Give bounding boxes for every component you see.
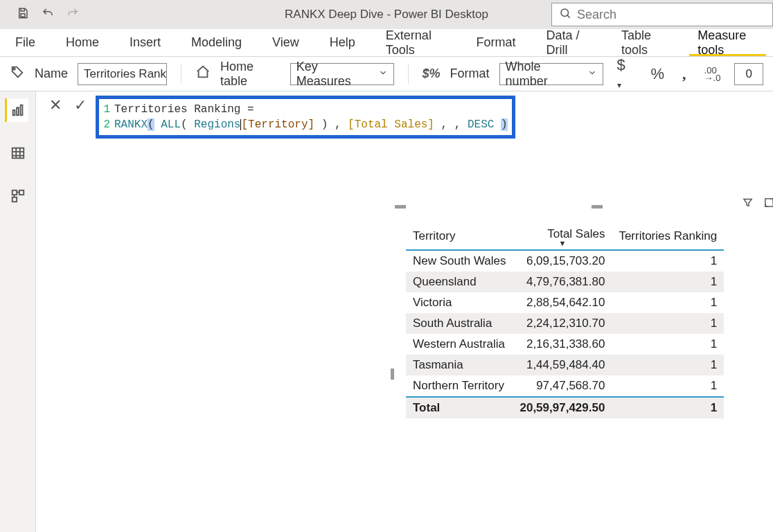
thousands-separator-button[interactable]: , — [678, 65, 691, 83]
svg-rect-5 — [20, 105, 22, 116]
table-row[interactable]: Victoria2,88,54,642.101 — [406, 292, 724, 313]
data-table: Territory Total Sales▼ Territories Ranki… — [406, 223, 724, 418]
table-total-row: Total20,59,97,429.501 — [406, 397, 724, 418]
format-icon: $% — [423, 66, 441, 81]
svg-rect-10 — [765, 199, 773, 206]
data-view-button[interactable] — [6, 141, 30, 165]
focus-mode-icon[interactable] — [763, 197, 773, 211]
tab-table-tools[interactable]: Table tools — [606, 29, 682, 56]
visual-header: ··· — [742, 197, 773, 211]
name-icon — [10, 64, 25, 83]
svg-rect-3 — [12, 110, 15, 115]
percent-format-button[interactable]: % — [647, 65, 669, 83]
home-table-label: Home table — [220, 60, 281, 89]
undo-icon[interactable] — [42, 7, 54, 22]
table-body: New South Wales6,09,15,703.201 Queenslan… — [406, 250, 724, 418]
col-rank[interactable]: Territories Ranking — [612, 223, 724, 250]
save-icon[interactable] — [17, 7, 29, 22]
tab-data-drill[interactable]: Data / Drill — [531, 29, 606, 56]
chevron-down-icon — [587, 66, 597, 81]
measure-name-input[interactable]: Territories Rank... — [78, 63, 167, 85]
format-label: Format — [450, 66, 490, 81]
title-bar: RANKX Deep Dive - Power BI Desktop Searc… — [0, 0, 773, 29]
dax-editor[interactable]: 1 Territories Ranking = 2 RANKX( ALL( Re… — [96, 96, 515, 139]
svg-rect-4 — [17, 107, 19, 115]
resize-handle[interactable] — [391, 369, 394, 380]
col-territory[interactable]: Territory — [406, 223, 513, 250]
tab-home[interactable]: Home — [51, 29, 114, 56]
format-select[interactable]: Whole number — [499, 63, 603, 85]
svg-rect-8 — [19, 190, 23, 195]
model-view-button[interactable] — [6, 184, 30, 208]
line-number: 1 — [99, 102, 114, 117]
selection-handles — [396, 205, 773, 209]
svg-point-1 — [561, 9, 569, 17]
search-icon — [559, 7, 571, 23]
svg-point-2 — [13, 68, 15, 70]
table-visual[interactable]: ··· Territory Total Sales▼ Territories R… — [396, 209, 773, 528]
sort-desc-icon: ▼ — [519, 241, 605, 245]
tab-external-tools[interactable]: External Tools — [371, 29, 461, 56]
filter-icon[interactable] — [742, 197, 754, 211]
table-row[interactable]: Northern Territory97,47,568.701 — [406, 375, 724, 397]
home-table-icon — [195, 64, 211, 83]
search-placeholder: Search — [577, 8, 616, 22]
table-row[interactable]: Tasmania1,44,59,484.401 — [406, 355, 724, 375]
commit-formula-button[interactable]: ✓ — [71, 96, 90, 115]
table-row[interactable]: Queensland4,79,76,381.801 — [406, 272, 724, 292]
svg-rect-0 — [21, 14, 25, 17]
table-row[interactable]: New South Wales6,09,15,703.201 — [406, 250, 724, 272]
search-box[interactable]: Search — [551, 3, 773, 26]
report-view-button[interactable] — [5, 98, 28, 122]
decimals-input[interactable]: 0 — [734, 63, 763, 85]
line-number: 2 — [99, 117, 114, 132]
tab-help[interactable]: Help — [314, 29, 371, 56]
tab-insert[interactable]: Insert — [114, 29, 176, 56]
separator — [408, 64, 409, 84]
svg-rect-7 — [12, 190, 16, 195]
cancel-formula-button[interactable]: ✕ — [46, 96, 65, 115]
table-row[interactable]: South Australia2,24,12,310.701 — [406, 313, 724, 334]
formula-bar: ✕ ✓ 1 Territories Ranking = 2 RANKX( ALL… — [36, 91, 773, 139]
chevron-down-icon — [378, 66, 388, 81]
tab-format[interactable]: Format — [461, 29, 531, 56]
tab-modeling[interactable]: Modeling — [176, 29, 257, 56]
separator — [181, 64, 181, 84]
decrease-decimals-button[interactable]: .00 →.0 — [700, 66, 725, 82]
tab-view[interactable]: View — [257, 29, 314, 56]
tab-file[interactable]: File — [0, 29, 51, 56]
resize-handle[interactable] — [592, 205, 603, 209]
app-title: RANKX Deep Dive - Power BI Desktop — [285, 8, 488, 21]
currency-format-button[interactable]: $ ▾ — [613, 56, 637, 92]
ribbon-tabs: File Home Insert Modeling View Help Exte… — [0, 29, 773, 57]
svg-rect-9 — [12, 197, 16, 202]
table-row[interactable]: Western Australia2,16,31,338.601 — [406, 334, 724, 355]
dax-line-1: Territories Ranking = — [114, 102, 254, 117]
svg-rect-6 — [12, 148, 24, 159]
name-label: Name — [35, 66, 68, 81]
view-rail — [0, 91, 36, 532]
tab-measure-tools[interactable]: Measure tools — [682, 29, 773, 56]
resize-handle[interactable] — [395, 205, 406, 209]
col-total-sales[interactable]: Total Sales▼ — [513, 223, 612, 250]
home-table-select[interactable]: Key Measures — [290, 63, 394, 85]
ribbon-measure-tools: Name Territories Rank... Home table Key … — [0, 57, 773, 91]
redo-icon[interactable] — [66, 7, 79, 22]
quick-access-toolbar — [0, 7, 89, 22]
report-canvas: ✕ ✓ 1 Territories Ranking = 2 RANKX( ALL… — [36, 91, 773, 532]
dax-line-2: RANKX( ALL( Regions[Territory] ) , [Tota… — [114, 117, 508, 132]
format-value: Whole number — [506, 60, 582, 89]
home-table-value: Key Measures — [296, 60, 373, 89]
